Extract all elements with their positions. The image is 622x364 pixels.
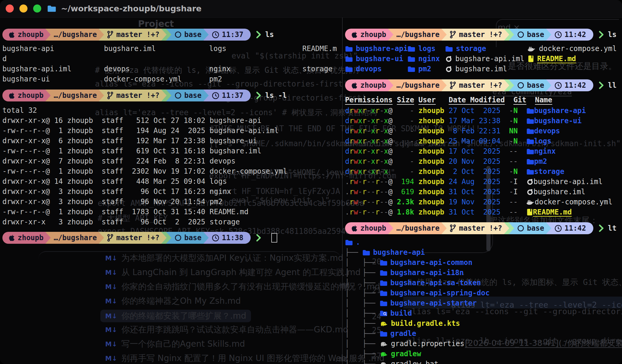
zoom-window-button[interactable]: [33, 4, 41, 13]
prompt-user-segment: zhoupb: [2, 29, 51, 41]
dir-name: gradle: [390, 328, 416, 339]
dir-name: bugshare-ui: [356, 54, 403, 64]
ls-l-line: drwxr-xr-x@ 3 zhoupb staff 96 Oct 17 16:…: [2, 186, 231, 197]
ls-output-item: bugshare.iml: [104, 44, 156, 54]
ls-l-line: -rw-r--r--@ 1 zhoupb staff 619 Oct 31 16…: [2, 146, 261, 156]
tree-connector: ├──: [345, 247, 362, 257]
command-text: ls: [608, 30, 617, 40]
ls-output-item: bugshare-api: [2, 44, 54, 54]
folder-icon: [47, 5, 56, 13]
tree-row: ├── bugshare-api: [345, 247, 425, 257]
dir-name: devops: [356, 64, 382, 74]
config-file-icon: [526, 178, 534, 185]
eza-ls-item: storage: [445, 44, 486, 54]
tree-connector: │ ├──: [345, 339, 380, 349]
prompt-env-segment: base: [166, 90, 209, 101]
close-window-button[interactable]: [6, 4, 14, 13]
powerline-bar: zhoupb…/bugsharemaster !+?base11:37: [2, 29, 251, 41]
apple-logo-icon: [8, 92, 15, 99]
ll-table-row: drwxr-xr-x@-zhoupb17 Oct 2025--nginx: [345, 146, 556, 156]
conda-env-icon: [517, 225, 524, 232]
ll-table-row: .rw-r--r--@2.3kzhoupb19 Nov 2025--docker…: [345, 197, 612, 207]
pane-divider[interactable]: [342, 17, 343, 364]
readme-link[interactable]: README.md: [537, 54, 576, 64]
dir-name: bugshare-api-i18n: [390, 268, 464, 278]
conda-env-icon: [517, 82, 524, 89]
folder-icon: [407, 66, 415, 72]
prompt-git-segment: master !+?: [99, 232, 167, 244]
dir-name: storage: [456, 44, 486, 54]
powerline-bar: zhoupb…/bugsharemaster !+?base11:42: [345, 222, 593, 234]
ls-output-item: storage: [302, 64, 333, 74]
eza-ls-item: bugshare-api: [345, 44, 407, 54]
dir-name: bugshare-api: [356, 44, 407, 54]
tree-connector: │ ├──: [345, 359, 380, 364]
git-branch-icon: [450, 81, 456, 90]
dir-name: .: [356, 237, 360, 247]
ll-table-row: drwxr-xr-x@-zhoupb17 Mar 23:38-Nbugshare…: [345, 116, 582, 126]
tree-row: │ ├── gradle: [345, 328, 416, 339]
readme-link[interactable]: README.md: [533, 207, 572, 217]
tree-row: │ ├── gradlew: [345, 349, 421, 359]
ls-output-item: pm2: [209, 74, 222, 84]
file-name: bugshare.iml: [455, 64, 507, 74]
ls-l-line: drwxr-xr-x@ 3 zhoupb staff 96 Nov 20 11:…: [2, 197, 223, 207]
ll-table-row: drwxr-xr-x@-zhoupb27 Oct 2025-Nbugshare-…: [345, 106, 586, 116]
conda-env-icon: [174, 234, 182, 241]
dir-name: devops: [534, 126, 560, 136]
folder-icon: [380, 280, 387, 286]
apple-logo-icon: [351, 81, 358, 89]
dir-name: nginx: [418, 54, 440, 64]
ls-output-item: bugshare-ui: [2, 74, 50, 84]
tree-row: │ ├── bugshare-api-starter: [345, 298, 477, 308]
folder-icon: [526, 118, 534, 124]
file-name: build.gradle.kts: [391, 318, 460, 328]
folder-icon: [380, 270, 387, 276]
dir-name: bugshare-api-spring-doc: [390, 288, 490, 298]
folder-icon: [407, 46, 415, 52]
readme-book-icon: [528, 55, 534, 63]
ls-output-item: docker-compose.yml: [104, 74, 182, 84]
prompt-git-segment: master !+?: [441, 222, 509, 234]
gradle-elephant-icon: [380, 361, 388, 364]
tree-connector: │ ├──: [345, 318, 380, 328]
prompt-env-segment: base: [509, 222, 551, 234]
ls-l-line: -rw-r--r--@ 1 zhoupb staff 2302 Nov 19 1…: [2, 166, 287, 176]
prompt-user-segment: zhoupb: [345, 29, 393, 41]
dir-name: bugshare-ui: [534, 116, 582, 126]
tree-row: │ ├── bugshare-api-spring-doc: [345, 288, 490, 298]
tree-connector: │ ├──: [345, 349, 380, 359]
folder-icon: [526, 169, 534, 175]
prompt-chevron-icon: [599, 224, 604, 232]
terminal-cursor[interactable]: [271, 233, 277, 243]
file-name: gradle.properties: [391, 339, 465, 349]
prompt-chevron-icon: [599, 81, 604, 90]
folder-icon: [345, 46, 353, 52]
folder-icon: [345, 66, 353, 72]
git-branch-icon: [107, 30, 114, 39]
file-name: docker-compose.yml: [535, 197, 612, 207]
eza-ls-item: docker-compose.yml: [528, 44, 617, 54]
clock-icon: [554, 225, 562, 232]
file-name: bugshare.iml: [534, 187, 585, 197]
gradle-elephant-icon: [380, 340, 388, 347]
minimize-window-button[interactable]: [19, 4, 27, 13]
readme-book-icon: [526, 208, 533, 216]
eza-ls-item: pm2: [407, 64, 431, 74]
ls-output-item: logs: [209, 44, 226, 54]
eza-ls-item: README.md: [528, 54, 576, 64]
prompt-env-segment: base: [166, 29, 209, 41]
prompt-chevron-icon: [599, 30, 604, 39]
git-branch-icon: [107, 91, 114, 100]
prompt-time-segment: 11:37: [203, 90, 251, 101]
dir-name: build: [390, 308, 412, 318]
ls-l-line: -rw-r--r--@ 1 zhoupb staff 194 Aug 24 20…: [2, 126, 279, 136]
ll-table-header: PermissionsSizeUserDate ModifiedGitName: [345, 95, 552, 105]
ls-l-line: drwxr-xr-x@ 16 zhoupb staff 512 Oct 27 1…: [2, 115, 261, 126]
prompt-time-segment: 11:38: [203, 232, 251, 244]
conda-env-icon: [174, 92, 182, 99]
command-text: ls -l: [265, 90, 287, 101]
ls-output-item: nginx: [209, 64, 231, 74]
window-titlebar: ~/workspace-zhoupb/bugshare: [0, 0, 622, 18]
tree-connector: │ ├──: [345, 308, 380, 318]
